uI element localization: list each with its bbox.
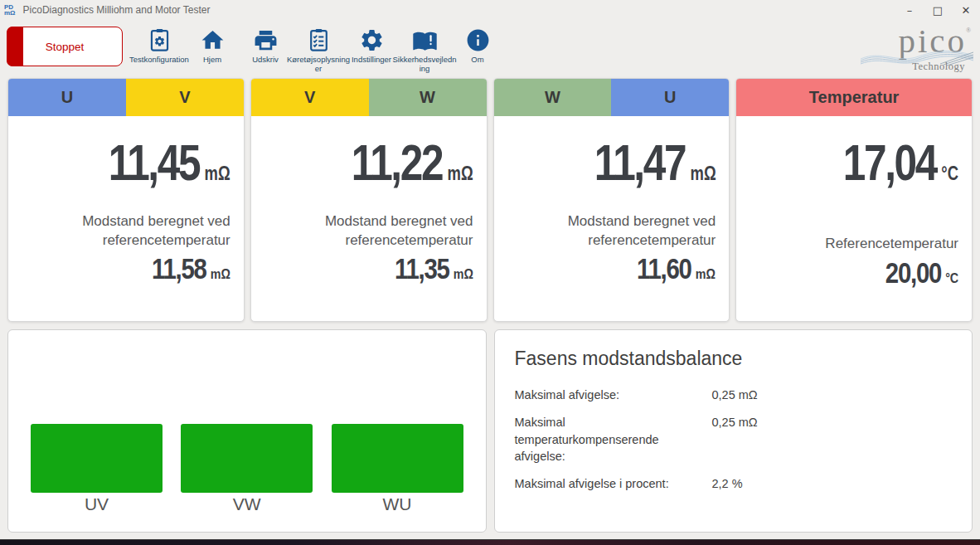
reference-value-line: 11,60mΩ xyxy=(637,252,716,285)
pico-logo-registered-mark: ® xyxy=(966,27,971,34)
test-config-icon xyxy=(147,27,172,54)
measurement-card-uv: U V 11,45mΩ Modstand beregnet ved refere… xyxy=(7,78,245,322)
measurement-card-wu: W U 11,47mΩ Modstand beregnet ved refere… xyxy=(493,78,730,322)
balance-row: Maksimal afvigelse i procent: 2,2 % xyxy=(515,475,953,492)
reference-unit: mΩ xyxy=(453,266,473,282)
print-icon xyxy=(253,27,279,54)
bar-label-vw: VW xyxy=(233,494,261,514)
bar-group-uv: UV xyxy=(31,424,163,514)
reference-caption: Referencetemperatur xyxy=(825,235,958,254)
app-icon: PD mΩ xyxy=(4,4,16,17)
balance-panel-title: Fasens modstandsbalance xyxy=(515,348,953,370)
bottom-panels-row: UV VW WU Fasens modstandsbalance Maksima… xyxy=(7,329,973,533)
pico-logo-sub: Technology xyxy=(912,61,965,73)
reference-value-line: 11,35mΩ xyxy=(395,252,473,285)
toolbar: Stoppet Testkonfiguration Hjem xyxy=(0,20,980,76)
balance-row-value: 2,2 % xyxy=(712,475,743,492)
toolbar-button-test-config[interactable]: Testkonfiguration xyxy=(133,27,186,74)
toolbar-button-about[interactable]: Om xyxy=(451,27,504,74)
toolbar-button-home[interactable]: Hjem xyxy=(186,27,239,74)
toolbar-button-print[interactable]: Udskriv xyxy=(239,27,292,74)
balance-row-label: Maksimal afvigelse i procent: xyxy=(515,475,712,492)
about-icon xyxy=(465,27,491,54)
window-controls: – □ ✕ xyxy=(895,0,980,20)
temperature-header: Temperatur xyxy=(736,79,972,116)
reference-value-line: 20,00°C xyxy=(885,256,958,290)
app-icon-line2: mΩ xyxy=(4,10,16,17)
toolbar-button-label: Om xyxy=(445,55,510,64)
resistance-value-line: 11,22mΩ xyxy=(352,133,473,192)
settings-icon xyxy=(359,27,385,54)
reference-unit: mΩ xyxy=(211,266,230,282)
reference-value: 20,00 xyxy=(885,256,941,289)
resistance-unit: mΩ xyxy=(690,163,716,184)
card-header: U V xyxy=(8,79,244,116)
bar-group-vw: VW xyxy=(181,424,313,514)
reference-value: 11,60 xyxy=(637,252,691,285)
toolbar-button-safety-guide[interactable]: Sikkerhedsvejledning xyxy=(398,27,451,74)
reference-caption: Modstand beregnet ved referencetemperatu… xyxy=(50,212,230,250)
temperature-value: 17,04 xyxy=(843,134,936,191)
background-window-edge xyxy=(0,539,980,545)
close-icon[interactable]: ✕ xyxy=(952,0,980,20)
stop-button-stripe xyxy=(7,27,23,66)
bar-label-uv: UV xyxy=(85,494,109,514)
reference-caption: Modstand beregnet ved referencetemperatu… xyxy=(535,212,716,250)
bar-label-wu: WU xyxy=(383,494,412,514)
home-icon xyxy=(200,27,226,54)
balance-row-value: 0,25 mΩ xyxy=(712,387,758,403)
card-header: Temperatur xyxy=(736,79,972,116)
window-title: PicoDiagnostics Milliohm and Motor Teste… xyxy=(23,4,211,16)
stop-button[interactable]: Stoppet xyxy=(7,27,123,66)
card-body: 11,47mΩ Modstand beregnet ved referencet… xyxy=(494,116,730,321)
resistance-value: 11,22 xyxy=(352,134,442,191)
minimize-icon[interactable]: – xyxy=(895,0,924,20)
toolbar-button-vehicle-info[interactable]: Køretøjsoplysninger xyxy=(292,27,345,74)
phase-header-u: U xyxy=(611,79,729,116)
balance-row: Maksimal temperaturkompenserende afvigel… xyxy=(515,414,953,465)
measurement-cards-row: U V 11,45mΩ Modstand beregnet ved refere… xyxy=(7,78,973,322)
bar-wu xyxy=(332,424,463,493)
phase-header-u: U xyxy=(8,79,126,116)
phase-header-w: W xyxy=(494,79,612,116)
reference-value: 11,35 xyxy=(395,252,449,285)
phase-header-w: W xyxy=(369,79,487,116)
temperature-unit: °C xyxy=(941,163,958,184)
resistance-unit: mΩ xyxy=(447,163,473,184)
maximize-icon[interactable]: □ xyxy=(924,0,952,20)
toolbar-buttons: Testkonfiguration Hjem Udskriv xyxy=(133,27,504,74)
reference-unit: mΩ xyxy=(696,266,716,282)
bar-vw xyxy=(181,424,313,493)
vehicle-info-icon xyxy=(306,27,332,54)
bar-uv xyxy=(31,424,163,493)
stop-button-label: Stoppet xyxy=(46,41,85,53)
titlebar: PD mΩ PicoDiagnostics Milliohm and Motor… xyxy=(0,0,980,20)
resistance-unit: mΩ xyxy=(205,163,230,184)
phase-balance-chart: UV VW WU xyxy=(7,329,487,533)
phase-balance-panel: Fasens modstandsbalance Maksimal afvigel… xyxy=(494,329,973,533)
temperature-value-line: 17,04°C xyxy=(843,133,958,192)
reference-value: 11,58 xyxy=(152,252,206,285)
resistance-value: 11,47 xyxy=(594,134,684,191)
card-body: 11,45mΩ Modstand beregnet ved referencet… xyxy=(8,116,244,321)
measurement-card-vw: V W 11,22mΩ Modstand beregnet ved refere… xyxy=(250,78,488,322)
resistance-value: 11,45 xyxy=(109,134,199,191)
phase-header-v: V xyxy=(251,79,369,116)
balance-row: Maksimal afvigelse: 0,25 mΩ xyxy=(515,387,953,403)
card-header: W U xyxy=(494,79,730,116)
card-body: 11,22mΩ Modstand beregnet ved referencet… xyxy=(251,116,487,321)
bar-group-wu: WU xyxy=(332,424,463,514)
reference-value-line: 11,58mΩ xyxy=(152,252,230,285)
pico-logo: pico ® Technology xyxy=(861,27,973,75)
resistance-value-line: 11,47mΩ xyxy=(594,133,716,192)
balance-row-label: Maksimal afvigelse: xyxy=(515,387,712,403)
balance-row-value: 0,25 mΩ xyxy=(712,414,758,465)
balance-row-label: Maksimal temperaturkompenserende afvigel… xyxy=(515,414,712,465)
card-header: V W xyxy=(251,79,487,116)
reference-unit: °C xyxy=(945,270,958,286)
reference-caption: Modstand beregnet ved referencetemperatu… xyxy=(293,212,473,250)
safety-guide-icon xyxy=(412,27,438,54)
toolbar-button-settings[interactable]: Indstillinger xyxy=(345,27,398,74)
phase-header-v: V xyxy=(126,79,244,116)
card-body: 17,04°C Referencetemperatur 20,00°C xyxy=(736,116,972,321)
